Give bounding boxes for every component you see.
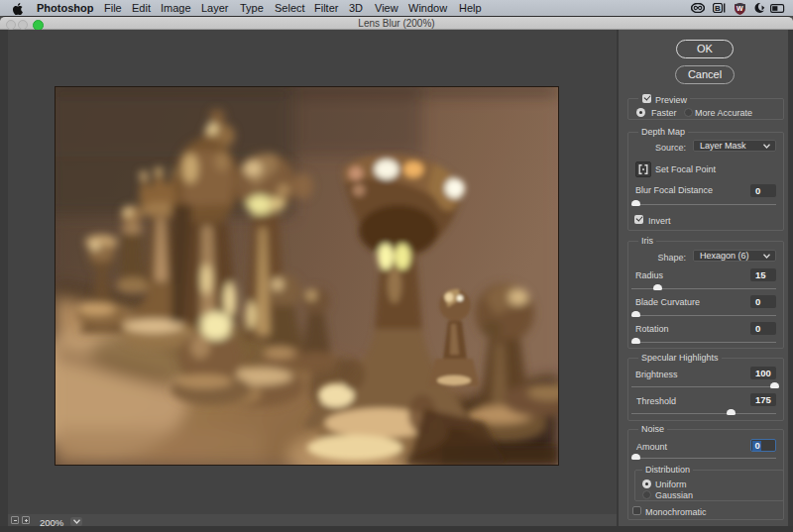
svg-text:B: B bbox=[715, 4, 721, 13]
svg-text:W: W bbox=[736, 5, 743, 12]
